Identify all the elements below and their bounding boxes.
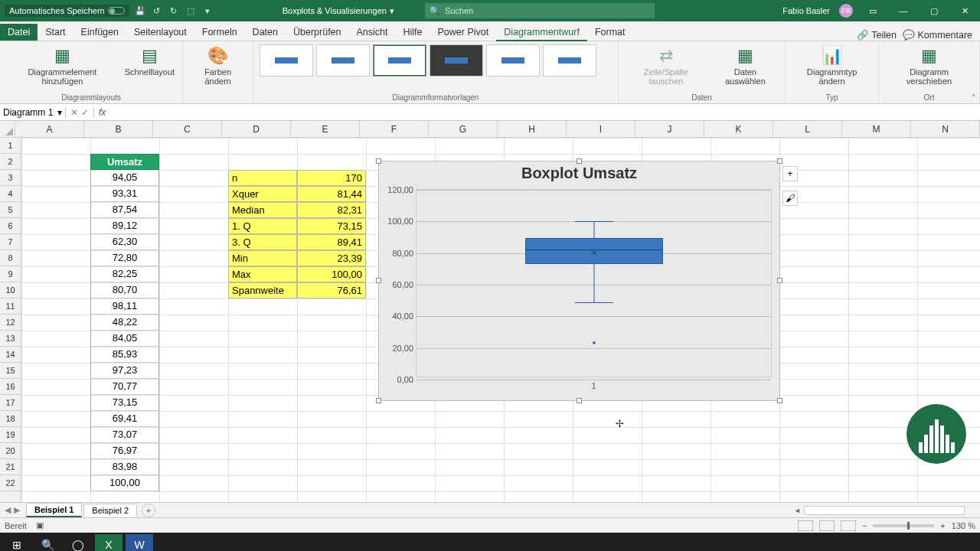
chart-title[interactable]: Boxplot Umsatz: [379, 165, 779, 182]
enter-formula-icon[interactable]: ✓: [81, 107, 89, 118]
search-taskbar-icon[interactable]: 🔍: [34, 534, 61, 551]
select-all-corner[interactable]: [0, 121, 15, 138]
select-data-button[interactable]: ▦Daten auswählen: [712, 44, 779, 87]
zoom-out-button[interactable]: −: [862, 521, 867, 530]
redo-icon[interactable]: ↻: [168, 6, 180, 16]
close-icon[interactable]: ✕: [954, 6, 975, 16]
add-sheet-button[interactable]: +: [142, 504, 155, 517]
tab-ueberpruefen[interactable]: Überprüfen: [286, 24, 349, 41]
tab-formeln[interactable]: Formeln: [194, 24, 245, 41]
autosave-toggle[interactable]: Automatisches Speichern: [5, 5, 129, 17]
tab-ansicht[interactable]: Ansicht: [349, 24, 396, 41]
group-label: Typ: [826, 93, 838, 102]
chart-object[interactable]: Boxplot Umsatz 0,0020,0040,0060,0080,001…: [378, 161, 780, 401]
tab-format[interactable]: Format: [587, 24, 633, 41]
chart-type-icon: 📊: [822, 46, 842, 66]
page-layout-view-button[interactable]: [819, 520, 835, 531]
tab-daten[interactable]: Daten: [245, 24, 286, 41]
search-placeholder: Suchen: [445, 6, 473, 15]
switch-row-col-button: ⇄Zeile/Spalte tauschen: [625, 44, 707, 87]
move-chart-button[interactable]: ▦Diagramm verschieben: [885, 44, 973, 87]
chart-element-icon: ▦: [54, 46, 70, 66]
share-button[interactable]: 🔗 Teilen: [857, 29, 897, 41]
collapse-ribbon-icon[interactable]: ˄: [972, 93, 975, 102]
macro-record-icon[interactable]: ▣: [36, 520, 44, 530]
cell-cursor-icon: ✢: [616, 418, 624, 429]
add-chart-element-button[interactable]: ▦Diagrammelement hinzufügen: [6, 44, 119, 87]
user-name[interactable]: Fabio Basler: [782, 6, 830, 15]
save-icon[interactable]: 💾: [134, 6, 146, 16]
select-data-icon: ▦: [737, 46, 753, 66]
excel-taskbar-icon[interactable]: X: [95, 534, 122, 551]
group-label: Daten: [691, 93, 712, 102]
quick-layout-button[interactable]: ▤Schnelllayout: [123, 44, 176, 78]
column-headers[interactable]: ABCDEFGHIJKLMN: [15, 121, 980, 138]
group-label: Diagrammformatvorlagen: [393, 93, 479, 102]
group-label: Ort: [924, 93, 935, 102]
name-box[interactable]: Diagramm 1▾: [0, 107, 66, 118]
change-colors-button[interactable]: 🎨Farben ändern: [189, 44, 247, 87]
obs-icon[interactable]: ◯: [64, 534, 92, 551]
status-bar: Bereit ▣ − + 130 %: [0, 517, 980, 533]
status-ready: Bereit: [5, 521, 27, 530]
zoom-slider[interactable]: [873, 524, 934, 527]
touch-icon[interactable]: ⬚: [185, 6, 197, 16]
chart-styles-gallery[interactable]: [260, 44, 612, 77]
tab-seitenlayout[interactable]: Seitenlayout: [126, 24, 194, 41]
autosave-label: Automatisches Speichern: [9, 6, 105, 15]
chart-styles-button[interactable]: 🖌: [782, 191, 798, 206]
windows-taskbar: ⊞ 🔍 ◯ X W: [0, 533, 980, 551]
page-break-view-button[interactable]: [841, 520, 856, 531]
cancel-formula-icon[interactable]: ✕: [70, 107, 78, 118]
worksheet-grid[interactable]: 12345678910111213141516171819202122 Boxp…: [0, 138, 980, 502]
undo-icon[interactable]: ↺: [151, 6, 163, 16]
tab-datei[interactable]: Datei: [0, 24, 38, 41]
sheet-tab-1[interactable]: Beispiel 1: [26, 503, 82, 517]
tab-hilfe[interactable]: Hilfe: [396, 24, 430, 41]
layout-icon: ▤: [142, 46, 158, 66]
move-icon: ▦: [921, 46, 937, 66]
sheet-nav-prev-icon[interactable]: ◀: [5, 505, 11, 515]
search-icon: 🔍: [430, 6, 440, 16]
menu-tabs: Datei Start Einfügen Seitenlayout Formel…: [0, 21, 980, 41]
fx-icon[interactable]: fx: [94, 107, 110, 118]
watermark-logo: [906, 404, 966, 464]
formula-bar: Diagramm 1▾ ✕ ✓ fx: [0, 104, 980, 121]
palette-icon: 🎨: [207, 46, 228, 66]
zoom-in-button[interactable]: +: [940, 521, 945, 530]
tab-powerpivot[interactable]: Power Pivot: [430, 24, 497, 41]
tab-start[interactable]: Start: [38, 24, 73, 41]
comments-button[interactable]: 💬 Kommentare: [903, 29, 972, 41]
group-label: Diagrammlayouts: [61, 93, 121, 102]
horizontal-scrollbar[interactable]: [804, 506, 965, 515]
more-icon[interactable]: ▾: [201, 6, 214, 16]
zoom-level[interactable]: 130 %: [952, 521, 975, 530]
avatar[interactable]: FB: [839, 4, 853, 18]
tab-diagrammentwurf[interactable]: Diagrammentwurf: [496, 24, 587, 41]
switch-icon: ⇄: [659, 46, 673, 66]
maximize-icon[interactable]: ▢: [923, 6, 945, 16]
chart-elements-button[interactable]: +: [782, 166, 798, 181]
word-taskbar-icon[interactable]: W: [126, 534, 153, 551]
sheet-tab-bar: ◀▶ Beispiel 1 Beispiel 2 +: [0, 502, 980, 517]
minimize-icon[interactable]: —: [893, 6, 914, 15]
tab-einfuegen[interactable]: Einfügen: [74, 24, 126, 41]
toggle-off-icon: [108, 7, 125, 15]
plot-area[interactable]: 0,0020,0040,0060,0080,00100,00120,001✕: [416, 189, 772, 377]
normal-view-button[interactable]: [798, 520, 813, 531]
change-chart-type-button[interactable]: 📊Diagrammtyp ändern: [792, 44, 872, 87]
search-box[interactable]: 🔍 Suchen: [425, 3, 655, 18]
ribbon: ▦Diagrammelement hinzufügen ▤Schnelllayo…: [0, 41, 980, 104]
start-button[interactable]: ⊞: [3, 534, 31, 551]
sheet-tab-2[interactable]: Beispiel 2: [83, 504, 137, 517]
document-title[interactable]: Boxplots & Visualisierungen▾: [283, 6, 394, 16]
row-headers[interactable]: 12345678910111213141516171819202122: [0, 138, 21, 502]
sheet-nav-next-icon[interactable]: ▶: [14, 505, 20, 515]
title-bar: Automatisches Speichern 💾 ↺ ↻ ⬚ ▾ Boxplo…: [0, 0, 980, 21]
ribbon-mode-icon[interactable]: ▭: [862, 6, 884, 16]
